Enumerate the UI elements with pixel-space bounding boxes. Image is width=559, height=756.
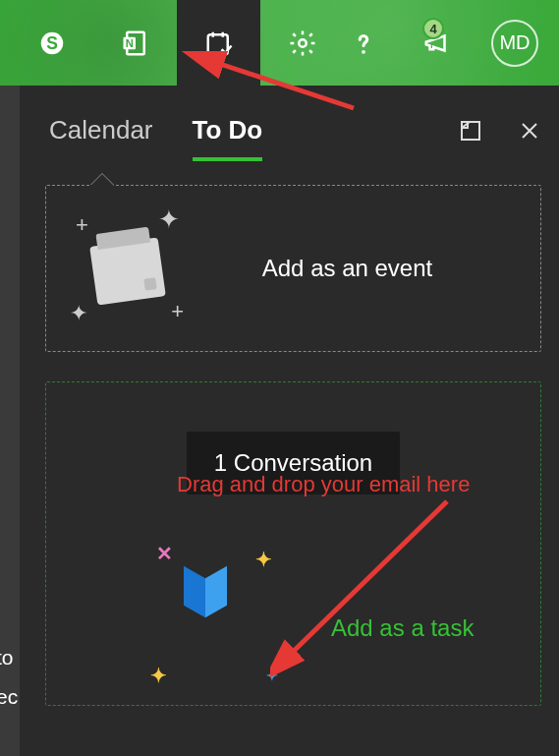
header-icon-group: S N [10,0,344,86]
strip-text-1: to [0,646,14,669]
myday-panel: Calendar To Do + ✦ ✦ + Add as an event 1… [20,86,559,756]
help-icon[interactable] [344,0,383,86]
event-zone-label: Add as an event [213,255,511,282]
task-zone-label: Add as a task [331,614,474,642]
header-right: 4 MD [344,0,556,86]
svg-text:S: S [46,33,58,53]
svg-point-7 [362,49,365,53]
app-header: S N 4 MD [0,0,559,86]
tab-actions [459,119,541,143]
notification-badge: 4 [422,18,444,39]
task-drop-zone[interactable]: 1 Conversation ✕ ✦ ✦ ✦ Add as a task [45,381,541,706]
conversation-chip[interactable]: 1 Conversation [187,432,400,494]
event-drop-zone[interactable]: + ✦ ✦ + Add as an event [45,185,541,352]
calendar-todo-icon[interactable] [177,0,260,86]
svg-point-6 [299,39,307,47]
todo-illustration: ✕ ✦ ✦ ✦ [164,563,282,662]
close-icon[interactable] [518,119,541,143]
svg-rect-8 [462,122,479,140]
strip-text-2: ec [0,685,18,709]
tab-todo[interactable]: To Do [193,115,263,145]
left-content-strip: to ec [0,86,20,756]
megaphone-icon[interactable]: 4 [413,0,462,86]
calendar-illustration: + ✦ ✦ + [76,214,184,322]
gear-icon[interactable] [260,0,344,86]
popout-icon[interactable] [459,119,482,143]
panel-tabs: Calendar To Do [45,105,541,169]
user-avatar[interactable]: MD [491,20,538,67]
onenote-icon[interactable]: N [93,0,177,86]
tab-calendar[interactable]: Calendar [49,115,153,145]
skype-icon[interactable]: S [10,0,93,86]
svg-text:N: N [125,36,133,48]
